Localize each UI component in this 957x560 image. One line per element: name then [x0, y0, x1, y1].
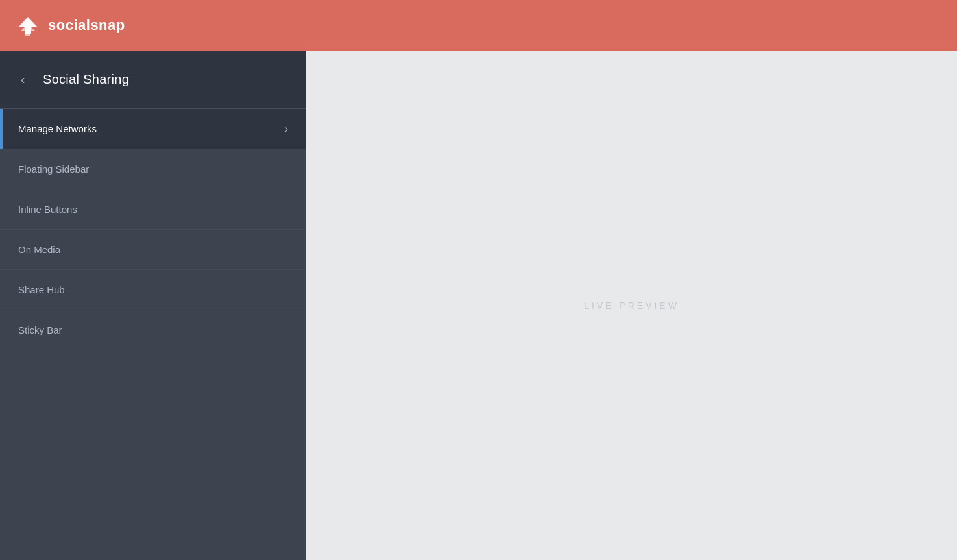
top-header: socialsnap — [0, 0, 957, 51]
nav-item-sticky-bar[interactable]: Sticky Bar — [0, 310, 306, 350]
nav-item-share-hub[interactable]: Share Hub — [0, 270, 306, 310]
back-button[interactable]: ‹ — [13, 70, 32, 90]
logo-container: socialsnap — [16, 13, 125, 38]
sidebar-title: Social Sharing — [43, 72, 129, 87]
nav-item-label-floating-sidebar: Floating Sidebar — [18, 164, 288, 175]
nav-item-label-manage-networks: Manage Networks — [18, 123, 285, 134]
nav-item-on-media[interactable]: On Media — [0, 230, 306, 270]
live-preview-label: LIVE PREVIEW — [584, 300, 679, 311]
nav-item-manage-networks[interactable]: Manage Networks › — [0, 109, 306, 149]
nav-item-label-sticky-bar: Sticky Bar — [18, 324, 288, 335]
sidebar-header: ‹ Social Sharing — [0, 51, 306, 109]
nav-item-floating-sidebar[interactable]: Floating Sidebar — [0, 149, 306, 189]
nav-item-label-share-hub: Share Hub — [18, 284, 288, 295]
nav-item-inline-buttons[interactable]: Inline Buttons — [0, 189, 306, 230]
nav-item-label-on-media: On Media — [18, 244, 288, 255]
logo-text: socialsnap — [48, 17, 125, 34]
logo-icon — [16, 13, 40, 38]
preview-area: LIVE PREVIEW — [306, 51, 957, 560]
sidebar-nav: Manage Networks › Floating Sidebar Inlin… — [0, 109, 306, 350]
chevron-right-icon: › — [285, 123, 288, 135]
sidebar: ‹ Social Sharing Manage Networks › Float… — [0, 51, 306, 560]
nav-item-label-inline-buttons: Inline Buttons — [18, 204, 288, 215]
main-area: ‹ Social Sharing Manage Networks › Float… — [0, 51, 957, 560]
